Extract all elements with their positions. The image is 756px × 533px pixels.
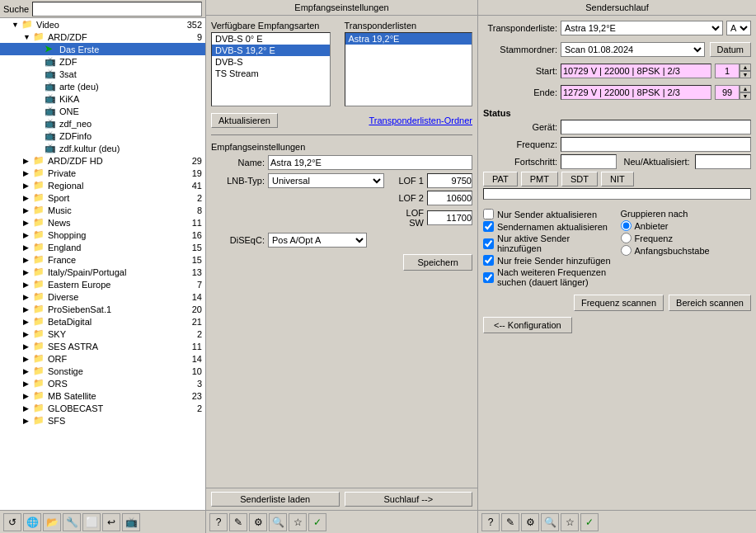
- star-btn-mid[interactable]: ☆: [289, 513, 307, 531]
- end-input[interactable]: [561, 85, 711, 100]
- tree-item-arte[interactable]: 📺arte (deu): [0, 80, 205, 92]
- tree-item-england[interactable]: ▶📁England15: [0, 241, 205, 253]
- tree-item-sport[interactable]: ▶📁Sport2: [0, 191, 205, 204]
- only-active-check[interactable]: [483, 238, 494, 249]
- transponder-list-select[interactable]: Astra 19,2°E: [561, 21, 723, 35]
- tree-item-zdfinfo[interactable]: 📺ZDFinfo: [0, 130, 205, 142]
- tree-item-sfs[interactable]: ▶📁SFS: [0, 414, 205, 427]
- pmt-btn[interactable]: PMT: [521, 172, 558, 186]
- tree-item-das_erste[interactable]: ➤Das Erste: [0, 43, 205, 55]
- diseqc-select[interactable]: Pos A/Opt A: [268, 233, 367, 248]
- tree-item-betadigital[interactable]: ▶📁BetaDigital21: [0, 315, 205, 328]
- help-btn-mid[interactable]: ?: [209, 513, 228, 531]
- start-up-arrow[interactable]: ▲: [740, 64, 751, 71]
- tree-item-mb_satellite[interactable]: ▶📁MB Satellite23: [0, 389, 205, 402]
- end-down-arrow[interactable]: ▼: [740, 92, 751, 100]
- lof-sw-input[interactable]: [427, 210, 472, 225]
- tree-item-3sat[interactable]: 📺3sat: [0, 68, 205, 80]
- tree-item-ors[interactable]: ▶📁ORS3: [0, 377, 205, 389]
- tree-item-zdf_neo[interactable]: 📺zdf_neo: [0, 117, 205, 130]
- edit-btn-mid[interactable]: ✎: [229, 513, 247, 531]
- name-input[interactable]: [268, 155, 472, 170]
- lnb-type-select[interactable]: Universal: [268, 173, 384, 188]
- browser-btn[interactable]: 🌐: [23, 513, 41, 531]
- update-btn[interactable]: Aktualisieren: [211, 113, 278, 128]
- gear-btn-mid[interactable]: ⚙: [249, 513, 267, 531]
- start-input[interactable]: [561, 64, 711, 78]
- check-btn-mid[interactable]: ✓: [308, 513, 326, 531]
- area-scan-btn[interactable]: Bereich scannen: [669, 295, 751, 311]
- tree-item-zdf_kultur[interactable]: 📺zdf.kultur (deu): [0, 142, 205, 154]
- tree-item-music[interactable]: ▶📁Music8: [0, 204, 205, 216]
- end-num-input[interactable]: [715, 85, 740, 100]
- tree-item-ard_zdf[interactable]: ▼📁ARD/ZDF9: [0, 31, 205, 43]
- pat-btn[interactable]: PAT: [483, 172, 518, 186]
- tree-item-news[interactable]: ▶📁News11: [0, 216, 205, 229]
- stop-btn[interactable]: ⬜: [82, 513, 101, 531]
- tree-item-ard_zdf_hd[interactable]: ▶📁ARD/ZDF HD29: [0, 154, 205, 167]
- tree-item-ses_astra[interactable]: ▶📁SES ASTRA11: [0, 340, 205, 352]
- transponder-list[interactable]: Astra 19,2°E: [345, 32, 473, 106]
- refresh-btn[interactable]: ↺: [3, 513, 21, 531]
- search-btn-mid[interactable]: 🔍: [269, 513, 287, 531]
- help-btn-right[interactable]: ?: [481, 513, 500, 531]
- save-btn[interactable]: Speichern: [403, 254, 472, 271]
- tree-item-zdf[interactable]: 📺ZDF: [0, 55, 205, 68]
- sdt-btn[interactable]: SDT: [561, 172, 598, 186]
- reception-types-list[interactable]: DVB-S 0° E DVB-S 19,2° E DVB-S TS Stream: [211, 32, 331, 106]
- tree-item-private[interactable]: ▶📁Private19: [0, 167, 205, 179]
- tree-item-regional[interactable]: ▶📁Regional41: [0, 179, 205, 191]
- only-free-check[interactable]: [483, 255, 494, 266]
- transponder-folder-link[interactable]: Transponderlisten-Ordner: [369, 116, 472, 125]
- tree-item-france[interactable]: ▶📁France15: [0, 253, 205, 266]
- dvbs192e-item[interactable]: DVB-S 19,2° E: [212, 45, 330, 56]
- nit-btn[interactable]: NIT: [601, 172, 634, 186]
- edit-btn-right[interactable]: ✎: [501, 513, 519, 531]
- date-btn[interactable]: Datum: [710, 42, 751, 57]
- undo-btn[interactable]: ↩: [102, 513, 120, 531]
- search-input[interactable]: [32, 2, 202, 17]
- settings-btn[interactable]: 🔧: [63, 513, 81, 531]
- update-only-check[interactable]: [483, 209, 494, 219]
- load-list-btn[interactable]: Senderliste laden: [211, 492, 340, 507]
- tree-item-prosiebensat1[interactable]: ▶📁ProSiebenSat.120: [0, 303, 205, 315]
- astra192e-transponder[interactable]: Astra 19,2°E: [345, 33, 472, 45]
- folder-btn[interactable]: 📂: [43, 513, 61, 531]
- provider-radio[interactable]: [621, 220, 632, 231]
- scan-btn[interactable]: Suchlauf -->: [345, 492, 473, 507]
- freq-scan-btn[interactable]: Frequenz scannen: [574, 295, 664, 311]
- star-btn-right[interactable]: ☆: [561, 513, 579, 531]
- tree-item-eastern_europe[interactable]: ▶📁Eastern Europe7: [0, 278, 205, 290]
- device-input[interactable]: [561, 120, 751, 134]
- tree-item-video[interactable]: ▼📁Video352: [0, 18, 205, 31]
- root-folder-select[interactable]: Scan 01.08.2024: [561, 42, 705, 57]
- start-down-arrow[interactable]: ▼: [740, 71, 751, 78]
- update-names-check[interactable]: [483, 221, 494, 232]
- gear-btn-right[interactable]: ⚙: [521, 513, 539, 531]
- config-btn[interactable]: <-- Konfiguration: [483, 317, 572, 333]
- more-freq-check[interactable]: [483, 272, 494, 283]
- alpha-radio[interactable]: [621, 245, 632, 256]
- end-up-arrow[interactable]: ▲: [740, 85, 751, 92]
- dvbs0e-item[interactable]: DVB-S 0° E: [212, 33, 330, 45]
- dvbs-item[interactable]: DVB-S: [212, 56, 330, 68]
- transponder-suffix-select[interactable]: A: [726, 21, 751, 35]
- frequency-input[interactable]: [561, 137, 751, 152]
- ts-stream-item[interactable]: TS Stream: [212, 68, 330, 79]
- lof2-input[interactable]: [427, 191, 472, 205]
- tree-item-diverse[interactable]: ▶📁Diverse14: [0, 290, 205, 303]
- tree-item-sky[interactable]: ▶📁SKY2: [0, 328, 205, 340]
- tv-btn[interactable]: 📺: [122, 513, 140, 531]
- tree-item-shopping[interactable]: ▶📁Shopping16: [0, 229, 205, 241]
- tree-item-sonstige[interactable]: ▶📁Sonstige10: [0, 365, 205, 377]
- tree-item-globecast[interactable]: ▶📁GLOBECAST2: [0, 402, 205, 414]
- check-btn-right[interactable]: ✓: [580, 513, 599, 531]
- tree-item-one[interactable]: 📺ONE: [0, 105, 205, 117]
- start-num-input[interactable]: [715, 64, 740, 78]
- tree-item-orf[interactable]: ▶📁ORF14: [0, 352, 205, 365]
- tree-item-kika[interactable]: 📺KiKA: [0, 92, 205, 105]
- tree-item-italy_spain[interactable]: ▶📁Italy/Spain/Portugal13: [0, 266, 205, 278]
- search-btn-right[interactable]: 🔍: [541, 513, 559, 531]
- lof1-input[interactable]: [427, 173, 472, 188]
- frequency-radio[interactable]: [621, 233, 632, 243]
